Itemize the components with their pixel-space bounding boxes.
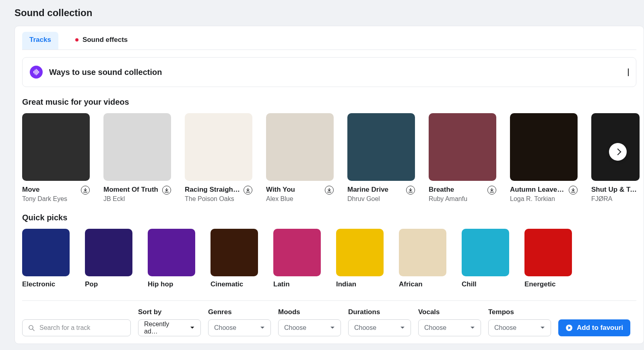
- quick-pick-tile[interactable]: Cinematic: [211, 229, 258, 288]
- track-artist: Alex Blue: [266, 195, 295, 203]
- quick-pick-tile[interactable]: Latin: [273, 229, 321, 288]
- quick-pick-label: African: [399, 280, 446, 288]
- track-art: [185, 113, 252, 181]
- quick-pick-label: Chill: [462, 280, 509, 288]
- great-music-row: Move Tony Dark Eyes Moment Of Truth JB E…: [22, 113, 636, 203]
- tempos-label: Tempos: [488, 308, 551, 316]
- tab-tracks[interactable]: Tracks: [22, 32, 58, 50]
- quick-pick-label: Energetic: [524, 280, 572, 288]
- vocals-select[interactable]: Choose: [418, 319, 481, 336]
- track-artist: Ruby Amanfu: [429, 195, 467, 203]
- quick-pick-tile[interactable]: Energetic: [524, 229, 572, 288]
- download-icon: [490, 188, 494, 193]
- track-tile[interactable]: Racing Straight… The Poison Oaks: [185, 113, 252, 203]
- quick-pick-label: Electronic: [22, 280, 70, 288]
- caret-down-icon: [400, 326, 405, 330]
- quick-pick-art: [22, 229, 70, 276]
- track-artist: FJØRA: [591, 195, 640, 203]
- caret-down-icon: [540, 326, 545, 330]
- sort-select[interactable]: Recently ad…: [138, 319, 201, 336]
- quick-pick-tile[interactable]: Chill: [462, 229, 509, 288]
- svg-line-1: [33, 329, 34, 331]
- filter-bar: Search for a track Sort by Recently ad… …: [22, 308, 636, 336]
- quick-pick-art: [273, 229, 321, 276]
- download-button[interactable]: [487, 186, 496, 195]
- durations-label: Durations: [348, 308, 411, 316]
- caret-down-icon: [190, 326, 195, 330]
- tempos-select[interactable]: Choose: [488, 319, 551, 336]
- search-input[interactable]: Search for a track: [22, 319, 131, 336]
- track-title: Shut Up & Take: [591, 186, 640, 194]
- vocals-label: Vocals: [418, 308, 481, 316]
- download-button[interactable]: [162, 186, 171, 195]
- quick-pick-tile[interactable]: Electronic: [22, 229, 70, 288]
- moods-select[interactable]: Choose: [278, 319, 341, 336]
- quick-pick-art: [148, 229, 195, 276]
- track-title: Move: [22, 186, 67, 194]
- sort-label: Sort by: [138, 308, 201, 316]
- track-tile[interactable]: Breathe Ruby Amanfu: [429, 113, 496, 203]
- page-title: Sound collection: [14, 7, 644, 19]
- track-tile[interactable]: With You Alex Blue: [266, 113, 334, 203]
- divider: [22, 300, 636, 301]
- quick-pick-tile[interactable]: Indian: [336, 229, 384, 288]
- new-dot-icon: [75, 38, 78, 41]
- track-tile[interactable]: Autumn Leaves… Loga R. Torkian: [510, 113, 578, 203]
- ways-banner[interactable]: Ways to use sound collection: [22, 57, 636, 87]
- caret-down-icon: [470, 326, 475, 330]
- banner-title: Ways to use sound collection: [49, 68, 162, 77]
- track-tile[interactable]: Marine Drive Dhruv Goel: [347, 113, 415, 203]
- main-card: Tracks Sound effects Ways to use sound c…: [14, 26, 644, 344]
- track-artist: The Poison Oaks: [185, 195, 240, 203]
- quick-pick-art: [211, 229, 258, 276]
- download-button[interactable]: [244, 186, 252, 195]
- quick-pick-label: Latin: [273, 280, 321, 288]
- quick-pick-label: Pop: [85, 280, 132, 288]
- quick-picks-row: Electronic Pop Hip hop Cinematic Latin I…: [22, 229, 636, 288]
- track-art: [266, 113, 334, 181]
- quick-pick-label: Indian: [336, 280, 384, 288]
- track-art: [103, 113, 171, 181]
- track-title: Moment Of Truth: [103, 186, 158, 194]
- track-artist: Tony Dark Eyes: [22, 195, 67, 203]
- track-art: [510, 113, 578, 181]
- genres-select[interactable]: Choose: [208, 319, 271, 336]
- track-artist: Dhruv Goel: [347, 195, 388, 203]
- download-button[interactable]: [325, 186, 334, 195]
- search-icon: [28, 325, 35, 331]
- add-to-favourites-button[interactable]: Add to favouri: [558, 319, 630, 336]
- tab-tracks-label: Tracks: [29, 36, 51, 44]
- track-tile[interactable]: Move Tony Dark Eyes: [22, 113, 90, 203]
- quick-picks-heading: Quick picks: [22, 213, 636, 222]
- download-button[interactable]: [569, 186, 578, 195]
- tab-sound-effects[interactable]: Sound effects: [68, 32, 135, 50]
- download-icon: [409, 188, 413, 193]
- download-icon: [571, 188, 575, 193]
- sound-wave-icon: [30, 66, 43, 79]
- scroll-next-button[interactable]: [609, 143, 627, 161]
- quick-pick-tile[interactable]: Pop: [85, 229, 132, 288]
- fav-button-label: Add to favouri: [577, 324, 623, 332]
- track-art: [429, 113, 496, 181]
- caret-down-icon: [260, 326, 265, 330]
- durations-select[interactable]: Choose: [348, 319, 411, 336]
- download-icon: [165, 188, 169, 193]
- track-title: With You: [266, 186, 295, 194]
- great-music-heading: Great music for your videos: [22, 97, 636, 107]
- track-art: [22, 113, 90, 181]
- download-button[interactable]: [406, 186, 415, 195]
- tabs: Tracks Sound effects: [22, 26, 636, 50]
- track-art: [347, 113, 415, 181]
- track-artist: Loga R. Torkian: [510, 195, 566, 203]
- quick-pick-tile[interactable]: African: [399, 229, 446, 288]
- chevron-down-icon: [628, 68, 629, 76]
- track-title: Racing Straight…: [185, 186, 240, 194]
- genres-label: Genres: [208, 308, 271, 316]
- sort-value: Recently ad…: [144, 321, 183, 335]
- download-icon: [83, 188, 87, 193]
- quick-pick-art: [399, 229, 446, 276]
- track-tile[interactable]: Moment Of Truth JB Eckl: [103, 113, 171, 203]
- download-icon: [246, 188, 250, 193]
- download-button[interactable]: [81, 186, 90, 195]
- quick-pick-tile[interactable]: Hip hop: [148, 229, 195, 288]
